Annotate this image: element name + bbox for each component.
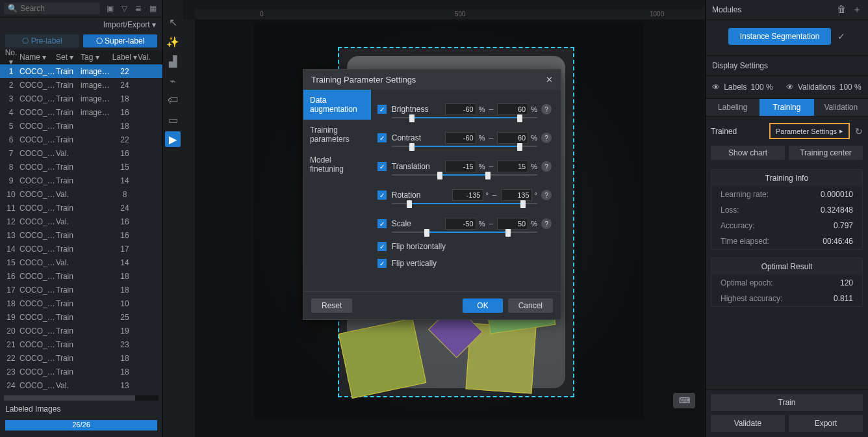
table-row[interactable]: 3COCO_v...Trainimage_...18 xyxy=(0,92,162,105)
eye-icon[interactable]: 👁 xyxy=(712,83,720,92)
training-center-button[interactable]: Training center xyxy=(789,146,863,160)
min-input[interactable] xyxy=(452,189,483,201)
col-val[interactable]: Val. xyxy=(138,53,157,62)
table-row[interactable]: 18COCO_v...Train10 xyxy=(0,297,162,310)
tab-training[interactable]: Training xyxy=(760,99,813,116)
reset-button[interactable]: Reset xyxy=(311,298,352,313)
col-no[interactable]: No. ▾ xyxy=(3,48,19,66)
checkbox[interactable]: ✓ xyxy=(377,162,387,171)
max-input[interactable] xyxy=(497,132,528,144)
checkbox[interactable]: ✓ xyxy=(377,259,387,268)
table-row[interactable]: 16COCO_v...Train18 xyxy=(0,269,162,283)
min-input[interactable] xyxy=(445,218,476,230)
trash-icon[interactable]: 🗑 xyxy=(837,4,846,16)
modal-tab-augmentation[interactable]: Data augmentation xyxy=(303,90,371,120)
modal-tab-finetuning[interactable]: Model finetuning xyxy=(303,150,371,179)
checkbox[interactable]: ✓ xyxy=(377,105,387,114)
range-slider[interactable] xyxy=(392,200,537,207)
tag-icon[interactable]: 🏷 xyxy=(165,92,181,108)
table-row[interactable]: 21COCO_v...Train23 xyxy=(0,338,162,351)
range-slider[interactable] xyxy=(392,114,537,121)
stamp-icon[interactable]: ▟ xyxy=(165,53,181,69)
validate-button[interactable]: Validate xyxy=(711,415,785,432)
check-icon[interactable]: ✓ xyxy=(837,31,845,42)
max-input[interactable] xyxy=(497,161,528,172)
table-row[interactable]: 13COCO_v...Train16 xyxy=(0,228,162,242)
modal-tab-training-params[interactable]: Training parameters xyxy=(303,120,371,150)
table-row[interactable]: 9COCO_v...Train14 xyxy=(0,174,162,187)
train-button[interactable]: Train xyxy=(711,394,863,411)
funnel-icon[interactable]: ▽ xyxy=(118,3,130,14)
table-row[interactable]: 8COCO_v...Train15 xyxy=(0,160,162,174)
plus-icon[interactable]: ＋ xyxy=(852,4,862,16)
cursor-icon[interactable]: ↖ xyxy=(165,14,181,30)
col-tag[interactable]: Tag ▾ xyxy=(81,53,112,62)
table-row[interactable]: 24COCO_v...Val.13 xyxy=(0,378,162,392)
table-hscroll[interactable] xyxy=(4,395,159,401)
col-set[interactable]: Set ▾ xyxy=(56,53,81,62)
table-row[interactable]: 17COCO_v...Train18 xyxy=(0,283,162,297)
table-row[interactable]: 2COCO_v...Trainimage_...24 xyxy=(0,78,162,92)
table-row[interactable]: 12COCO_v...Val.16 xyxy=(0,215,162,228)
table-row[interactable]: 10COCO_v...Val.8 xyxy=(0,187,162,201)
marquee-icon[interactable]: ▭ xyxy=(165,112,181,127)
min-input[interactable] xyxy=(445,161,476,172)
table-row[interactable]: 11COCO_v...Train24 xyxy=(0,201,162,215)
module-pill[interactable]: Instance Segmentation xyxy=(728,28,832,45)
table-row[interactable]: 5COCO_v...Train18 xyxy=(0,119,162,133)
checkbox[interactable]: ✓ xyxy=(377,219,387,228)
table-row[interactable]: 14COCO_v...Train17 xyxy=(0,242,162,256)
tab-validation[interactable]: Validation xyxy=(814,99,868,116)
help-icon[interactable]: ? xyxy=(541,104,552,114)
table-row[interactable]: 23COCO_v...Train18 xyxy=(0,365,162,378)
polyline-icon[interactable]: ⌁ xyxy=(165,73,181,88)
table-row[interactable]: 22COCO_v...Train18 xyxy=(0,351,162,365)
modal-footer: Reset OK Cancel xyxy=(303,291,561,319)
checkbox[interactable]: ✓ xyxy=(377,191,387,200)
min-input[interactable] xyxy=(445,132,476,144)
max-input[interactable] xyxy=(497,103,528,115)
help-icon[interactable]: ? xyxy=(541,133,552,143)
help-icon[interactable]: ? xyxy=(541,190,552,200)
image-filter-icon[interactable]: ▣ xyxy=(104,3,116,14)
superlabel-button[interactable]: ⎔ Super-label xyxy=(83,34,157,47)
table-row[interactable]: 20COCO_v...Train19 xyxy=(0,324,162,338)
range-slider[interactable] xyxy=(392,229,537,235)
checkbox[interactable]: ✓ xyxy=(377,133,387,142)
table-row[interactable]: 15COCO_v...Val.14 xyxy=(0,256,162,269)
ok-button[interactable]: OK xyxy=(463,298,502,313)
advance-icon[interactable]: ▶ xyxy=(165,131,181,147)
min-input[interactable] xyxy=(445,103,476,115)
search-input[interactable]: 🔍 Search xyxy=(4,3,100,14)
help-icon[interactable]: ? xyxy=(541,161,552,172)
keyboard-icon[interactable]: ⌨ xyxy=(673,393,695,408)
prelabel-button[interactable]: ⎔ Pre-label xyxy=(5,34,79,47)
range-slider[interactable] xyxy=(392,143,537,150)
table-row[interactable]: 4COCO_v...Trainimage_...16 xyxy=(0,105,162,119)
grid-icon[interactable]: ▦ xyxy=(147,3,159,14)
tab-labeling[interactable]: Labeling xyxy=(706,99,760,116)
table-row[interactable]: 6COCO_v...Train22 xyxy=(0,133,162,146)
parameter-settings-button[interactable]: Parameter Settings ▸ xyxy=(769,123,850,139)
max-input[interactable] xyxy=(497,218,528,230)
max-input[interactable] xyxy=(501,189,532,201)
table-row[interactable]: 19COCO_v...Train25 xyxy=(0,310,162,324)
wand-icon[interactable]: ✨ xyxy=(165,34,181,49)
kv-val: 0.000010 xyxy=(821,190,853,199)
table-row[interactable]: 7COCO_v...Val.16 xyxy=(0,146,162,160)
help-icon[interactable]: ? xyxy=(541,218,552,229)
export-button[interactable]: Export xyxy=(789,415,863,432)
col-name[interactable]: Name ▾ xyxy=(19,53,56,62)
cancel-button[interactable]: Cancel xyxy=(508,298,553,313)
reload-icon[interactable]: ↻ xyxy=(855,126,863,137)
checkbox[interactable]: ✓ xyxy=(377,242,387,251)
close-icon[interactable]: ✕ xyxy=(546,75,553,85)
col-label[interactable]: Label ▾ xyxy=(112,53,138,62)
import-export-menu[interactable]: Import/Export ▾ xyxy=(0,18,162,32)
eye-icon[interactable]: 👁 xyxy=(786,83,794,92)
range-slider[interactable] xyxy=(392,172,537,178)
table-row[interactable]: 1COCO_v...Trainimage_...22 xyxy=(0,64,162,78)
list-icon[interactable]: ≣ xyxy=(133,3,144,14)
show-chart-button[interactable]: Show chart xyxy=(711,146,785,160)
display-settings-header: Display Settings xyxy=(706,56,868,76)
